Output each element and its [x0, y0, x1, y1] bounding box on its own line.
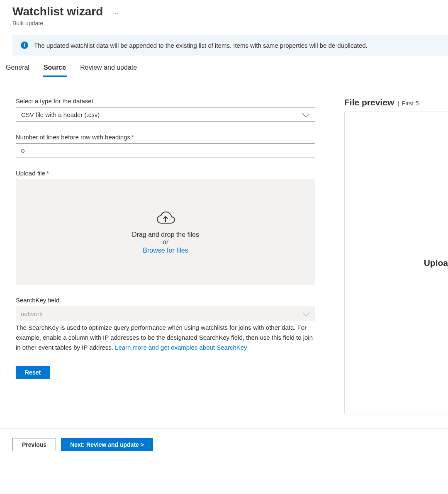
- wizard-footer: Previous Next: Review and update >: [0, 428, 448, 460]
- upload-dropzone[interactable]: Drag and drop the files or Browse for fi…: [16, 179, 315, 285]
- dropzone-text-1: Drag and drop the files: [132, 231, 199, 238]
- page-subtitle: Bulk update: [12, 20, 436, 27]
- searchkey-value: network: [21, 310, 43, 317]
- searchkey-select: network: [16, 306, 315, 321]
- more-actions-icon[interactable]: …: [113, 8, 119, 15]
- num-lines-label-text: Number of lines before row with headings: [16, 134, 130, 141]
- searchkey-learn-more-link[interactable]: Learn more and get examples about Search…: [115, 344, 247, 351]
- wizard-tabs: General Source Review and update: [0, 56, 448, 77]
- info-icon: i: [21, 41, 28, 49]
- required-icon: *: [46, 170, 49, 177]
- browse-files-link[interactable]: Browse for files: [143, 247, 188, 254]
- file-preview-box: Uploa: [344, 112, 448, 414]
- dataset-type-select[interactable]: CSV file with a header (.csv): [16, 107, 315, 122]
- file-preview-title: File preview: [344, 97, 394, 107]
- chevron-down-icon: [303, 309, 310, 316]
- searchkey-help-text: The SearchKey is used to optimize query …: [16, 323, 315, 353]
- info-banner: i The updated watchlist data will be app…: [12, 35, 448, 56]
- cloud-upload-icon: [156, 210, 175, 226]
- previous-button[interactable]: Previous: [12, 438, 56, 451]
- num-lines-label: Number of lines before row with headings…: [16, 134, 315, 141]
- upload-file-label-text: Upload file: [16, 170, 45, 177]
- tab-source[interactable]: Source: [43, 61, 67, 77]
- dropzone-text-2: or: [163, 238, 168, 246]
- num-lines-value: 0: [21, 147, 24, 154]
- chevron-down-icon: [302, 110, 309, 117]
- tab-general[interactable]: General: [5, 61, 30, 77]
- num-lines-input[interactable]: 0: [16, 143, 315, 158]
- dataset-type-label: Select a type for the dataset: [16, 97, 315, 105]
- file-preview-subtitle: First 5: [397, 100, 419, 107]
- dataset-type-value: CSV file with a header (.csv): [21, 111, 100, 118]
- upload-file-label: Upload file*: [16, 170, 315, 177]
- next-button[interactable]: Next: Review and update >: [61, 438, 153, 451]
- page-title: Watchlist wizard: [12, 5, 103, 18]
- searchkey-label: SearchKey field: [16, 297, 315, 304]
- file-preview-empty-text: Uploa: [424, 258, 448, 268]
- tab-review[interactable]: Review and update: [79, 61, 138, 77]
- info-banner-text: The updated watchlist data will be appen…: [34, 42, 368, 49]
- required-icon: *: [131, 134, 134, 141]
- reset-button[interactable]: Reset: [16, 366, 50, 379]
